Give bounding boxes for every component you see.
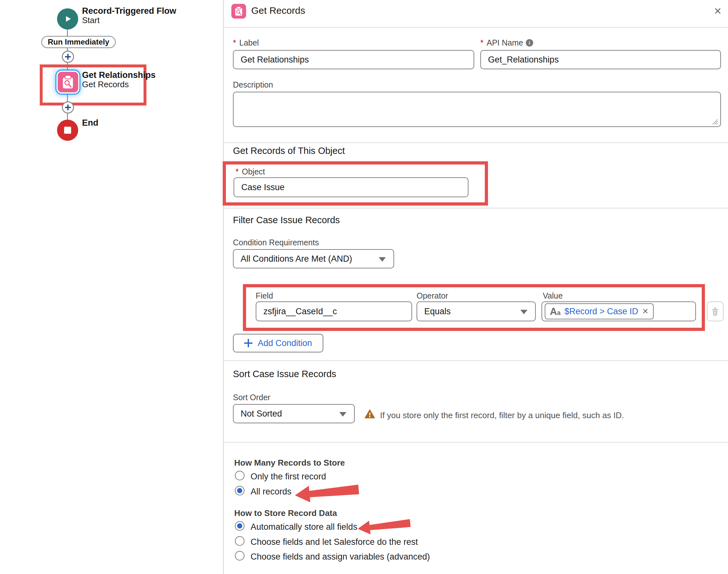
radio-only-first-record[interactable] xyxy=(235,471,244,480)
how-to-store-heading: How to Store Record Data xyxy=(234,508,337,518)
add-condition-button[interactable]: Add Condition xyxy=(233,334,323,353)
radio-choose-fields-salesforce[interactable] xyxy=(235,536,244,546)
divider xyxy=(224,208,728,208)
radio-choose-fields-advanced[interactable] xyxy=(235,551,244,561)
condition-requirements-select[interactable]: All Conditions Are Met (AND) xyxy=(233,249,394,269)
divider xyxy=(224,442,728,443)
add-element-button[interactable] xyxy=(62,51,74,63)
close-icon[interactable]: ✕ xyxy=(711,4,724,17)
panel-title: Get Records xyxy=(251,5,305,16)
info-icon[interactable]: i xyxy=(526,39,533,46)
divider xyxy=(224,27,728,28)
condition-requirements-label: Condition Requirements xyxy=(233,238,319,247)
start-node-subtitle: Start xyxy=(82,15,100,25)
radio-label[interactable]: Choose fields and let Salesforce do the … xyxy=(251,537,418,547)
node-title: Get Relationships xyxy=(82,70,156,80)
description-textarea[interactable] xyxy=(233,92,721,127)
end-node[interactable] xyxy=(57,120,78,141)
get-records-icon xyxy=(59,74,76,90)
chevron-down-icon xyxy=(339,412,347,416)
flow-builder-screen: Record-Triggered Flow Start Run Immediat… xyxy=(0,0,728,574)
warning-icon xyxy=(364,408,376,420)
play-icon xyxy=(62,13,74,25)
radio-label[interactable]: Only the first record xyxy=(251,472,326,482)
radio-label[interactable]: Automatically store all fields xyxy=(251,522,357,532)
resize-handle-icon[interactable] xyxy=(711,117,718,125)
sort-order-label: Sort Order xyxy=(233,393,270,402)
divider xyxy=(224,361,728,361)
radio-all-records[interactable] xyxy=(235,486,244,495)
radio-label[interactable]: All records xyxy=(251,487,291,497)
stop-icon xyxy=(64,127,71,134)
filter-section-heading: Filter Case Issue Records xyxy=(233,215,340,226)
get-records-node[interactable] xyxy=(56,71,80,94)
radio-auto-store-all-fields[interactable] xyxy=(235,521,244,531)
sort-warning-text: If you store only the first record, filt… xyxy=(380,410,624,420)
required-mark: * xyxy=(233,38,236,47)
get-records-icon xyxy=(233,5,244,17)
api-name-field-label: *API Name i xyxy=(480,38,533,47)
end-node-label: End xyxy=(82,118,98,128)
label-input[interactable] xyxy=(233,50,474,69)
delete-condition-button[interactable] xyxy=(707,301,724,321)
annotation-box-object xyxy=(223,161,488,206)
chevron-down-icon xyxy=(379,257,386,262)
radio-label[interactable]: Choose fields and assign variables (adva… xyxy=(251,552,430,562)
run-immediately-badge[interactable]: Run Immediately xyxy=(41,36,116,48)
sort-order-select[interactable]: Not Sorted xyxy=(233,404,355,423)
description-label: Description xyxy=(233,80,273,89)
divider xyxy=(224,142,728,143)
get-records-panel: Get Records ✕ *Label *API Name i Descrip… xyxy=(223,0,728,574)
api-name-input[interactable] xyxy=(480,50,721,69)
start-node-title: Record-Triggered Flow xyxy=(82,6,176,16)
plus-icon xyxy=(244,339,253,347)
trash-icon xyxy=(711,306,720,316)
add-element-button[interactable] xyxy=(62,101,74,114)
object-section-heading: Get Records of This Object xyxy=(233,146,345,156)
sort-section-heading: Sort Case Issue Records xyxy=(233,369,336,379)
annotation-arrow-all-records xyxy=(294,480,360,505)
annotation-box-condition xyxy=(243,284,705,331)
required-mark: * xyxy=(480,38,484,47)
panel-header-icon xyxy=(231,4,246,18)
label-field-label: *Label xyxy=(233,38,259,47)
start-node[interactable] xyxy=(57,8,78,30)
how-many-records-heading: How Many Records to Store xyxy=(234,458,345,468)
node-subtitle: Get Records xyxy=(82,80,129,89)
annotation-arrow-auto-store xyxy=(357,515,411,538)
